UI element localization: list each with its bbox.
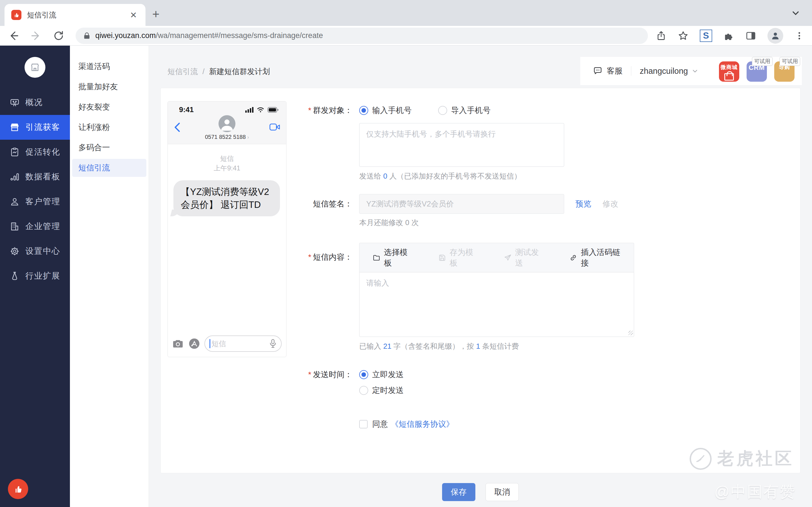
clipboard-icon: [10, 147, 20, 157]
radio-import-phone[interactable]: [438, 106, 447, 115]
browser-profile-avatar[interactable]: [767, 28, 783, 44]
form-row-signature: 短信签名： 预览 修改 本月还能修改 0 次: [302, 194, 786, 228]
content-helper: 已输入 21 字（含签名和尾缀），按 1 条短信计费: [359, 341, 786, 351]
flask-icon: [10, 271, 20, 281]
reload-icon[interactable]: [53, 30, 64, 41]
forward-icon[interactable]: [31, 30, 42, 41]
app-guide[interactable]: 可试用 导购: [774, 61, 795, 82]
user-menu-chevron-icon[interactable]: [691, 67, 699, 75]
agreement-text: 同意: [372, 419, 388, 430]
brand-watermark: @中国有赞: [714, 482, 796, 502]
shop-avatar[interactable]: [24, 57, 45, 78]
sms-form: *群发对象： 输入手机号 导入手机号 发送给 0 人（已添加好友的手机号将不发送…: [302, 105, 786, 430]
support-chat-icon[interactable]: [593, 66, 603, 76]
text-cursor: [209, 339, 210, 348]
phone-header: 9:41 0571 8522 5188 ›: [168, 101, 286, 144]
lock-icon: [83, 32, 91, 40]
back-icon[interactable]: [8, 30, 19, 41]
sidebar-item-industry[interactable]: 行业扩展: [0, 264, 70, 288]
appstore-icon: [188, 337, 200, 350]
signature-preview-link[interactable]: 预览: [575, 199, 591, 209]
radio-send-now[interactable]: [359, 370, 368, 379]
insert-link-button[interactable]: 插入活码链接: [569, 247, 621, 269]
radio-send-scheduled-label[interactable]: 定时发送: [372, 385, 404, 396]
sidebar-item-conversion[interactable]: 促活转化: [0, 140, 70, 165]
phone-preview: 9:41 0571 8522 5188 ›: [167, 101, 287, 357]
sms-input: 短信: [204, 335, 282, 352]
tab-search-chevron-icon[interactable]: [791, 8, 801, 18]
content-toolbar: 选择模板 存为模板 测试发送: [359, 243, 634, 272]
chart-icon: [10, 172, 20, 182]
form-row-agreement: 同意 《短信服务协议》: [302, 419, 786, 430]
choose-template-button[interactable]: 选择模板: [372, 247, 410, 269]
extensions-puzzle-icon[interactable]: [723, 31, 734, 41]
save-template-button[interactable]: 存为模板: [438, 247, 476, 269]
share-icon[interactable]: [656, 31, 666, 41]
youzan-float-button[interactable]: [8, 479, 28, 499]
radio-import-phone-label[interactable]: 导入手机号: [451, 105, 491, 116]
user-name[interactable]: zhangcuilong: [640, 66, 688, 76]
link-icon: [569, 253, 577, 263]
contact-number: 0571 8522 5188 ›: [168, 134, 286, 140]
submenu-item-channel-code[interactable]: 渠道活码: [72, 57, 146, 75]
battery-icon: [267, 107, 279, 113]
phone-status-time: 9:41: [179, 105, 245, 114]
app-crm[interactable]: 可试用 CRM: [747, 61, 767, 82]
submenu-item-fission[interactable]: 好友裂变: [72, 98, 146, 116]
extension-s-icon[interactable]: S: [700, 30, 712, 42]
secondary-sidebar: 渠道活码 批量加好友 好友裂变 让利涨粉 多码合一 短信引流: [70, 46, 149, 507]
resize-handle[interactable]: [628, 331, 633, 335]
video-call-icon: [269, 123, 281, 131]
sms-service-agreement-link[interactable]: 《短信服务协议》: [391, 419, 454, 430]
agreement-checkbox[interactable]: [359, 420, 368, 429]
breadcrumb-parent[interactable]: 短信引流: [167, 66, 198, 76]
submenu-item-batch-add[interactable]: 批量加好友: [72, 78, 146, 96]
signature-helper: 本月还能修改 0 次: [359, 218, 786, 228]
radio-send-now-label[interactable]: 立即发送: [372, 369, 404, 380]
shop-icon: [29, 62, 41, 73]
content-textarea[interactable]: [359, 272, 634, 337]
browser-tab-strip: 短信引流 ✕ +: [0, 0, 812, 26]
menu-kebab-icon[interactable]: [795, 31, 804, 41]
support-label[interactable]: 客服: [607, 66, 622, 76]
url-bar[interactable]: qiwei.youzan.com/wa/management#/message/…: [75, 27, 648, 44]
mic-icon: [269, 339, 276, 348]
submenu-item-sms-drainage[interactable]: 短信引流: [72, 159, 146, 177]
wifi-icon: [256, 107, 265, 113]
sms-bubble: 【YZ测试消费等级V2会员价】 退订回TD: [173, 180, 280, 216]
primary-sidebar: 概况 引流获客 促活转化 数据看板 客户管理 企业管理 设置中心 行业扩展: [0, 46, 70, 507]
signature-modify-link[interactable]: 修改: [603, 199, 618, 209]
header-user-block: 客服 zhangcuilong: [580, 57, 711, 85]
browser-tab[interactable]: 短信引流 ✕: [4, 4, 146, 26]
breadcrumb-current: 新建短信群发计划: [209, 66, 270, 76]
tab-close-icon[interactable]: ✕: [128, 10, 139, 20]
cancel-button[interactable]: 取消: [486, 483, 519, 501]
radio-input-phone[interactable]: [359, 106, 368, 115]
radio-send-scheduled[interactable]: [359, 386, 368, 395]
message-meta: 短信 上午9:41: [168, 154, 286, 173]
signature-input[interactable]: [359, 194, 564, 214]
sidebar-item-overview[interactable]: 概况: [0, 90, 70, 115]
test-send-button[interactable]: 测试发送: [504, 247, 542, 269]
new-tab-button[interactable]: +: [152, 6, 160, 22]
sidebar-item-settings[interactable]: 设置中心: [0, 239, 70, 264]
sidebar-item-dashboard[interactable]: 数据看板: [0, 165, 70, 189]
submenu-item-discount[interactable]: 让利涨粉: [72, 118, 146, 136]
save-button[interactable]: 保存: [442, 483, 475, 501]
shopping-bag-icon: [724, 73, 734, 80]
url-text: qiwei.youzan.com/wa/management#/message/…: [95, 31, 323, 40]
sidebar-item-customers[interactable]: 客户管理: [0, 189, 70, 214]
target-helper: 发送给 0 人（已添加好友的手机号将不发送短信）: [359, 171, 786, 181]
camera-icon: [172, 339, 184, 348]
phone-numbers-textarea[interactable]: [359, 123, 564, 167]
radio-input-phone-label[interactable]: 输入手机号: [372, 105, 412, 116]
sidebar-item-acquisition[interactable]: 引流获客: [0, 115, 70, 140]
submenu-item-multicode[interactable]: 多码合一: [72, 138, 146, 157]
reading-list-icon[interactable]: [746, 31, 756, 41]
footer-actions: 保存 取消: [442, 483, 519, 501]
sidebar-item-enterprise[interactable]: 企业管理: [0, 214, 70, 239]
app-weishop[interactable]: 微商城: [719, 61, 739, 82]
signal-bars-icon: [245, 107, 253, 113]
save-icon: [438, 253, 446, 263]
bookmark-star-icon[interactable]: [678, 31, 689, 41]
